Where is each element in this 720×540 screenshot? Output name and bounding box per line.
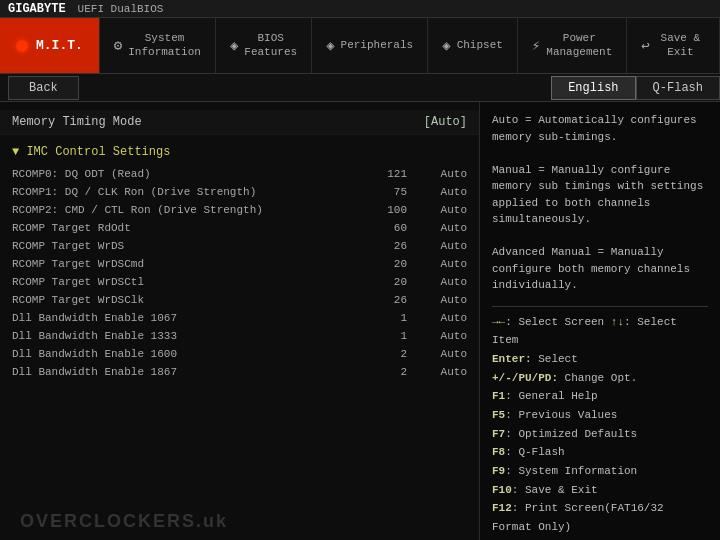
setting-auto: Auto xyxy=(407,330,467,342)
setting-num: 26 xyxy=(357,240,407,252)
fkey-desc: : Print Screen(FAT16/32 Format Only) xyxy=(492,502,664,533)
left-panel: Memory Timing Mode [Auto] ▼ IMC Control … xyxy=(0,102,480,540)
setting-row[interactable]: RCOMP1: DQ / CLK Ron (Drive Strength) 75… xyxy=(0,183,479,201)
help-line: Advanced Manual = Manually configure bot… xyxy=(492,246,690,291)
key-updown: ↑↓ xyxy=(611,316,624,328)
lang-buttons: English Q-Flash xyxy=(551,76,720,100)
setting-auto: Auto xyxy=(407,204,467,216)
brand-gigabyte: GIGABYTE xyxy=(8,2,66,16)
key-arrow: →← xyxy=(492,316,505,328)
lang-english-button[interactable]: English xyxy=(551,76,635,100)
nav-label-system-info: SystemInformation xyxy=(128,32,201,58)
nav-label-peripherals: Peripherals xyxy=(341,39,414,52)
setting-row[interactable]: Dll Bandwidth Enable 1600 2 Auto xyxy=(0,345,479,363)
setting-name: RCOMP Target WrDSClk xyxy=(12,294,357,306)
nav-icon-chipset: ◈ xyxy=(442,37,450,54)
setting-row[interactable]: Dll Bandwidth Enable 1333 1 Auto xyxy=(0,327,479,345)
setting-num: 2 xyxy=(357,366,407,378)
fkey: F12 xyxy=(492,502,512,514)
setting-name: RCOMP1: DQ / CLK Ron (Drive Strength) xyxy=(12,186,357,198)
setting-row[interactable]: RCOMP Target WrDSCmd 20 Auto xyxy=(0,255,479,273)
brand-dualbios: UEFI DualBIOS xyxy=(78,3,164,15)
setting-name: RCOMP Target WrDSCmd xyxy=(12,258,357,270)
setting-auto: Auto xyxy=(407,348,467,360)
setting-auto: Auto xyxy=(407,240,467,252)
key-help-row: F7: Optimized Defaults xyxy=(492,425,708,444)
setting-row[interactable]: Dll Bandwidth Enable 1067 1 Auto xyxy=(0,309,479,327)
setting-name: RCOMP Target WrDS xyxy=(12,240,357,252)
setting-num: 26 xyxy=(357,294,407,306)
setting-auto: Auto xyxy=(407,312,467,324)
key-help-row: Enter: Select xyxy=(492,350,708,369)
setting-row[interactable]: RCOMP Target WrDS 26 Auto xyxy=(0,237,479,255)
memory-timing-label: Memory Timing Mode xyxy=(12,115,142,129)
main-content: Memory Timing Mode [Auto] ▼ IMC Control … xyxy=(0,102,720,540)
setting-row[interactable]: RCOMP0: DQ ODT (Read) 121 Auto xyxy=(0,165,479,183)
memory-timing-row[interactable]: Memory Timing Mode [Auto] xyxy=(0,110,479,135)
key-change: +/-/PU/PD: xyxy=(492,372,558,384)
fkey: F1 xyxy=(492,390,505,402)
nav-item-chipset[interactable]: ◈ Chipset xyxy=(428,18,518,73)
setting-num: 20 xyxy=(357,258,407,270)
key-help-row: F9: System Information xyxy=(492,462,708,481)
key-help-row: F8: Q-Flash xyxy=(492,443,708,462)
setting-num: 20 xyxy=(357,276,407,288)
setting-num: 1 xyxy=(357,312,407,324)
mit-button[interactable]: M.I.T. xyxy=(0,18,100,73)
right-panel: Auto = Automatically configures memory s… xyxy=(480,102,720,540)
nav-item-peripherals[interactable]: ◈ Peripherals xyxy=(312,18,428,73)
setting-num: 121 xyxy=(357,168,407,180)
nav-item-bios-features[interactable]: ◈ BIOSFeatures xyxy=(216,18,312,73)
back-button[interactable]: Back xyxy=(8,76,79,100)
setting-name: Dll Bandwidth Enable 1333 xyxy=(12,330,357,342)
setting-row[interactable]: RCOMP Target WrDSCtl 20 Auto xyxy=(0,273,479,291)
imc-header: ▼ IMC Control Settings xyxy=(0,139,479,165)
setting-name: RCOMP Target WrDSCtl xyxy=(12,276,357,288)
fkey: F5 xyxy=(492,409,505,421)
setting-row[interactable]: RCOMP Target WrDSClk 26 Auto xyxy=(0,291,479,309)
setting-name: Dll Bandwidth Enable 1600 xyxy=(12,348,357,360)
setting-auto: Auto xyxy=(407,168,467,180)
setting-auto: Auto xyxy=(407,276,467,288)
key-desc: : Select Screen xyxy=(505,316,611,328)
nav-item-power-mgmt[interactable]: ⚡ PowerManagement xyxy=(518,18,627,73)
nav-item-save-exit[interactable]: ↩ Save & Exit xyxy=(627,18,720,73)
setting-num: 75 xyxy=(357,186,407,198)
setting-name: RCOMP0: DQ ODT (Read) xyxy=(12,168,357,180)
fkey-desc: : General Help xyxy=(505,390,597,402)
key-help: →←: Select Screen ↑↓: Select ItemEnter: … xyxy=(492,306,708,541)
setting-row[interactable]: RCOMP2: CMD / CTL Ron (Drive Strength) 1… xyxy=(0,201,479,219)
key-help-row: F10: Save & Exit xyxy=(492,481,708,500)
fkey-desc: : Optimized Defaults xyxy=(505,428,637,440)
setting-auto: Auto xyxy=(407,258,467,270)
nav-label-power-mgmt: PowerManagement xyxy=(546,32,612,58)
nav-items: ⚙ SystemInformation◈ BIOSFeatures◈ Perip… xyxy=(100,18,720,73)
nav-label-save-exit: Save & Exit xyxy=(656,32,705,58)
memory-timing-value: [Auto] xyxy=(424,115,467,129)
nav-item-system-info[interactable]: ⚙ SystemInformation xyxy=(100,18,216,73)
setting-auto: Auto xyxy=(407,222,467,234)
setting-name: Dll Bandwidth Enable 1067 xyxy=(12,312,357,324)
nav-icon-power-mgmt: ⚡ xyxy=(532,37,540,54)
fkey: F9 xyxy=(492,465,505,477)
nav-icon-system-info: ⚙ xyxy=(114,37,122,54)
nav-icon-bios-features: ◈ xyxy=(230,37,238,54)
qflash-button[interactable]: Q-Flash xyxy=(636,76,720,100)
fkey: F10 xyxy=(492,484,512,496)
nav-bar: M.I.T. ⚙ SystemInformation◈ BIOSFeatures… xyxy=(0,18,720,74)
fkey: F8 xyxy=(492,446,505,458)
key-change-desc: Change Opt. xyxy=(558,372,637,384)
fkey-desc: : System Information xyxy=(505,465,637,477)
setting-num: 60 xyxy=(357,222,407,234)
setting-row[interactable]: RCOMP Target RdOdt 60 Auto xyxy=(0,219,479,237)
settings-list: RCOMP0: DQ ODT (Read) 121 Auto RCOMP1: D… xyxy=(0,165,479,381)
watermark: OVERCLOCKERS.uk xyxy=(20,511,228,532)
mit-label: M.I.T. xyxy=(36,38,83,53)
setting-row[interactable]: Dll Bandwidth Enable 1867 2 Auto xyxy=(0,363,479,381)
top-bar: GIGABYTE UEFI DualBIOS xyxy=(0,0,720,18)
mit-dot xyxy=(16,40,28,52)
fkey-desc: : Previous Values xyxy=(505,409,617,421)
nav-label-bios-features: BIOSFeatures xyxy=(244,32,297,58)
setting-name: Dll Bandwidth Enable 1867 xyxy=(12,366,357,378)
fkey-desc: : Q-Flash xyxy=(505,446,564,458)
